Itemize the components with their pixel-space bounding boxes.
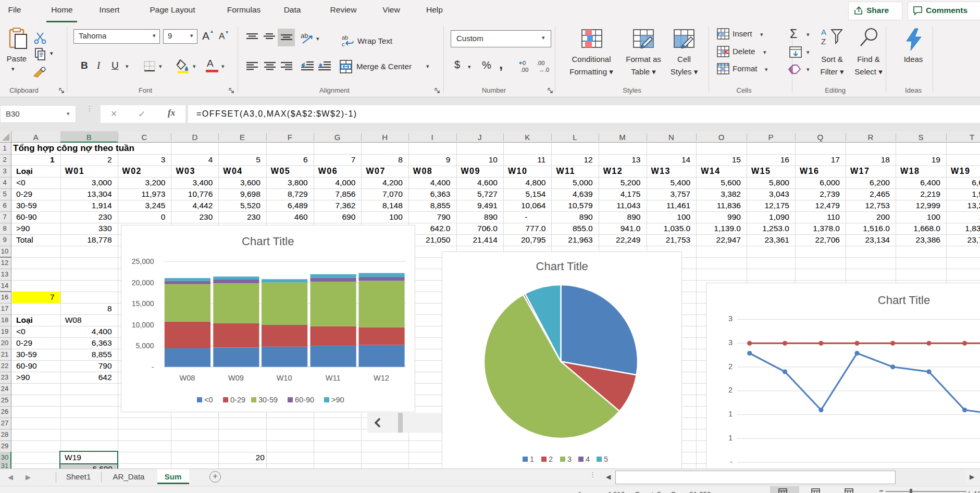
svg-text:.00: .00 bbox=[520, 67, 528, 73]
svg-text:c: c bbox=[342, 41, 345, 47]
svg-text:ab: ab bbox=[342, 34, 348, 41]
svg-text:ab: ab bbox=[301, 32, 308, 40]
svg-text:.00: .00 bbox=[537, 60, 544, 66]
svg-text:→.0: →.0 bbox=[539, 67, 549, 73]
svg-text:A: A bbox=[821, 28, 826, 36]
svg-text:0: 0 bbox=[523, 60, 526, 66]
svg-text:Z: Z bbox=[821, 37, 826, 45]
